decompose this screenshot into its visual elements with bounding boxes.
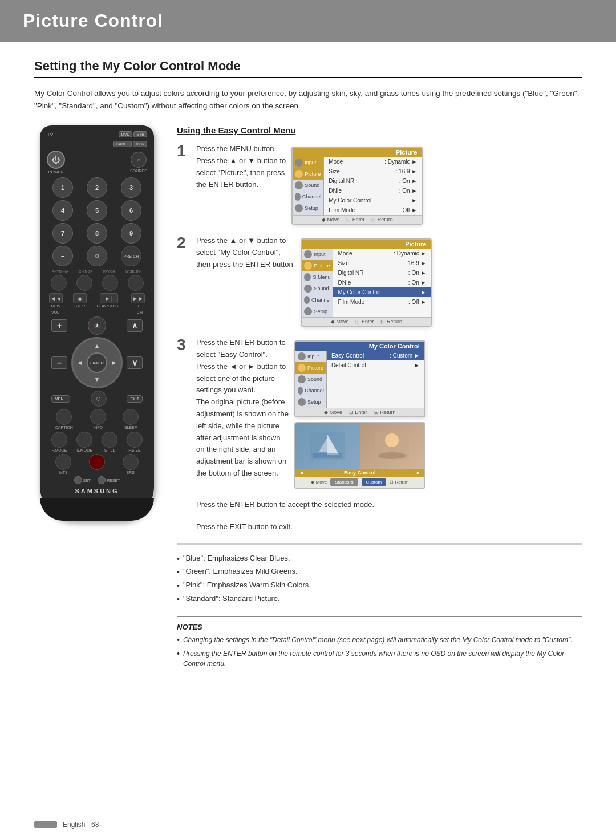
nav-right[interactable]: ► <box>111 359 117 367</box>
nav-circle[interactable]: ▲ ▼ ◄ ► ENTER <box>71 337 123 388</box>
btn-0[interactable]: 0 <box>87 246 107 266</box>
tv2-row-mode: Mode: Dynamic ► <box>333 249 431 258</box>
btn-1[interactable]: 1 <box>52 177 73 198</box>
nav-left[interactable]: ◄ <box>76 359 83 367</box>
sleep-label: SLEEP <box>124 425 137 429</box>
tv3-easy-ctrl: Easy Control: Custom ► <box>327 351 424 360</box>
vol-plus-button[interactable]: + <box>51 319 67 332</box>
vcr-button[interactable]: VCR <box>133 141 147 147</box>
btn-4[interactable]: 4 <box>52 200 73 221</box>
tv-row-dnr: Digital NR: On ► <box>324 176 422 186</box>
info-button[interactable] <box>90 409 106 425</box>
stop-button[interactable]: ■ <box>73 293 87 303</box>
mode-row: P.MODE S.MODE STILL P.SIZE <box>47 432 147 452</box>
step-4-text: Press the ENTER button to accept the sel… <box>196 499 374 511</box>
reset-button[interactable] <box>98 476 106 484</box>
play-button[interactable]: ►‖ <box>100 293 118 303</box>
vol-minus-button[interactable]: – <box>51 356 67 369</box>
original-photo <box>295 423 360 469</box>
power-label: POWER <box>48 170 63 174</box>
bullet-text-3: "Pink": Emphasizes Warm Skin Colors. <box>183 581 311 592</box>
psize-button[interactable] <box>127 432 143 448</box>
tv-screen-2: Picture Input Picture <box>301 238 432 327</box>
btn-2[interactable]: 2 <box>87 177 107 198</box>
tv-row-filmmode: Film Mode: Off ► <box>324 205 422 215</box>
power-button[interactable]: ⏻ <box>47 151 65 169</box>
tv-screen-1-footer: ◆ Move⊡ Enter⊟ Return <box>293 215 422 224</box>
standard-button[interactable]: Standard <box>330 478 358 486</box>
tv-screen-2-content: Mode: Dynamic ► Size: 16:9 ► Digital NR:… <box>333 249 431 317</box>
svg-point-6 <box>378 452 406 459</box>
source-button[interactable]: ○ <box>131 152 147 168</box>
btn-6[interactable]: 6 <box>121 200 141 221</box>
btn-prech[interactable]: PRE-CH <box>121 246 141 266</box>
bullet-4: • "Standard": Standard Picture. <box>177 594 582 606</box>
still-label: STILL <box>104 448 115 452</box>
nav-down[interactable]: ▼ <box>94 375 100 383</box>
favch-button[interactable] <box>102 275 118 291</box>
play-label: PLAY/PAUSE <box>97 304 121 308</box>
custom-button[interactable]: Custom <box>362 478 387 486</box>
btn-3[interactable]: 3 <box>121 177 141 198</box>
menu-button[interactable]: MENU <box>51 395 70 403</box>
tv-screen-1-content: Mode: Dynamic ► Size: 16:9 ► Digital NR:… <box>324 157 422 215</box>
nav-up[interactable]: ▲ <box>94 342 100 350</box>
enter-button[interactable]: ENTER <box>87 352 107 373</box>
cable-button[interactable]: CABLE <box>113 141 132 147</box>
samsung-logo: SAMSUNG <box>47 488 147 494</box>
favch-label: FAV.CH <box>103 270 115 273</box>
caption-button[interactable] <box>56 409 72 425</box>
note-1: • Changing the settings in the "Detail C… <box>177 635 582 646</box>
note-text-1: Changing the settings in the "Detail Con… <box>183 635 573 646</box>
bullet-dot-2: • <box>177 567 180 578</box>
svg-point-5 <box>385 433 399 447</box>
footer-bar <box>34 821 57 828</box>
rew-button[interactable]: ◄◄ <box>49 293 63 303</box>
btn-9[interactable]: 9 <box>121 223 141 244</box>
page-footer: English - 68 <box>34 821 99 829</box>
bullet-text-2: "Green": Emphasizes Mild Greens. <box>183 567 298 578</box>
step-5: Press the EXIT button to exit. <box>196 521 582 533</box>
sidebar2-sound: Sound <box>302 283 333 294</box>
set-button[interactable] <box>74 476 82 484</box>
tv-row-dnie: DNIe: On ► <box>324 186 422 196</box>
still-button[interactable] <box>102 432 117 448</box>
tv-screen-3: My Color Control Input Picture <box>294 340 425 417</box>
stb-button[interactable]: STB <box>133 131 147 137</box>
power-source-row: ⏻ POWER ○ SOURCE <box>47 151 147 174</box>
wiselink-label: WISELINK <box>125 270 142 273</box>
ch-up-button[interactable]: ∧ <box>127 319 143 332</box>
btn-dash[interactable]: – <box>52 246 73 266</box>
tv-label: TV <box>47 132 54 137</box>
ff-button[interactable]: ►► <box>131 293 145 303</box>
mute-button[interactable]: 🔇 <box>88 316 106 335</box>
step-2: 2 Press the ▲ or ▼ button to select "My … <box>177 235 582 327</box>
btn-5[interactable]: 5 <box>87 200 107 221</box>
chmgr-button[interactable] <box>76 275 92 291</box>
smode-button[interactable] <box>76 432 92 448</box>
srs-button[interactable] <box>123 454 139 470</box>
sleep-button[interactable] <box>123 409 139 425</box>
pmode-label: P.MODE <box>52 448 67 452</box>
sidebar2-setup: Setup <box>302 306 333 317</box>
intro-text: My Color Control allows you to adjust co… <box>34 87 582 112</box>
caption-info-row: CAPTION INFO SLEEP <box>47 409 147 429</box>
wiselink-button[interactable] <box>128 275 144 291</box>
source-label: SOURCE <box>130 169 147 173</box>
sidebar3-channel: Channel <box>295 385 326 396</box>
footer-text: English - 68 <box>63 821 99 829</box>
ch-down-button[interactable]: ∨ <box>127 356 143 369</box>
antenna-button[interactable] <box>51 275 67 291</box>
instructions-panel: Using the Easy Control Menu 1 Press the … <box>177 125 582 671</box>
mts-label: MTS <box>59 470 68 474</box>
guide-button[interactable]: ⬡ <box>91 391 107 407</box>
section-divider <box>177 543 582 545</box>
exit-button[interactable]: EXIT <box>127 395 143 403</box>
pmode-button[interactable] <box>51 432 67 448</box>
btn-7[interactable]: 7 <box>52 223 73 244</box>
rec-button[interactable] <box>89 454 105 470</box>
number-grid: 1 2 3 4 5 6 7 8 9 – 0 PRE-CH <box>47 177 147 266</box>
mts-button[interactable] <box>55 454 71 470</box>
dvd-button[interactable]: DVD <box>119 131 133 137</box>
btn-8[interactable]: 8 <box>87 223 107 244</box>
